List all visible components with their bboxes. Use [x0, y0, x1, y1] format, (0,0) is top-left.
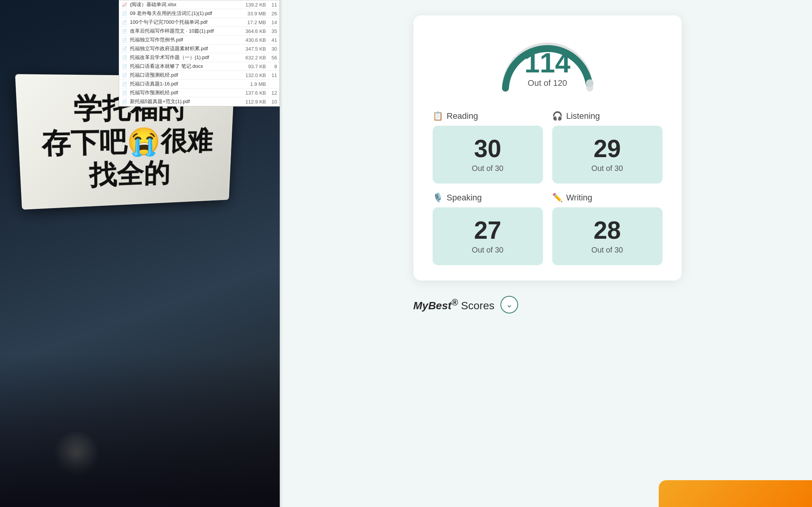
speaking-icon: 🎙️ — [433, 193, 443, 203]
pdf-icon: 📄 — [121, 81, 128, 87]
file-name: 托福改革后学术写作题（一）(1).pdf — [130, 54, 236, 61]
file-size: 112.9 KB — [239, 99, 266, 105]
file-size: 1.9 MB — [239, 81, 266, 87]
left-bottom-gradient — [0, 354, 280, 507]
list-item[interactable]: 📄托福写作预测机经.pdf137.6 KB12 — [119, 89, 279, 97]
file-number: 30 — [267, 46, 277, 52]
section-header-reading: 📋Reading — [433, 111, 543, 121]
gauge-svg-wrapper: 114 Out of 120 — [494, 31, 601, 92]
sign-text: 学托福的 存下吧😭很难找全的 — [29, 91, 223, 194]
file-number: 41 — [267, 37, 277, 43]
pdf-icon: 📄 — [121, 37, 128, 43]
list-item[interactable]: 📄托福改革后学术写作题（一）(1).pdf632.2 KB56 — [119, 53, 279, 62]
list-item[interactable]: 📄托福独立写作范例书.pdf430.6 KB41 — [119, 36, 279, 44]
file-size: 347.5 KB — [239, 46, 266, 52]
total-label: Out of 120 — [524, 78, 570, 88]
sections-grid: 📋Reading30Out of 30🎧Listening29Out of 30… — [433, 111, 663, 265]
chevron-down-icon: ⌄ — [506, 300, 513, 310]
file-name: 托福口语预测机经.pdf — [130, 72, 236, 79]
reading-icon: 📋 — [433, 111, 443, 121]
file-number: 11 — [267, 2, 277, 8]
gauge-main-score: 114 Out of 120 — [524, 49, 570, 88]
section-header-writing: ✏️Writing — [552, 193, 663, 203]
file-name: 09 老外每天在用的生活词汇(1)(1).pdf — [130, 10, 236, 17]
file-size: 364.6 KB — [239, 28, 266, 34]
list-item[interactable]: 📄托福独立写作政府适题素材积累.pdf347.5 KB30 — [119, 44, 279, 53]
list-item[interactable]: 📈(阅读）基础单词.xlsx139.2 KB11 — [119, 0, 279, 9]
score-card: 114 Out of 120 📋Reading30Out of 30🎧Liste… — [413, 15, 682, 281]
file-size: 632.2 KB — [239, 55, 266, 61]
file-number: 14 — [267, 20, 277, 25]
file-name: 托福写作预测机经.pdf — [130, 89, 236, 96]
score-out-of-reading: Out of 30 — [440, 164, 535, 173]
file-name: 托福口语看这本就够了 笔记.docx — [130, 63, 236, 70]
score-out-of-writing: Out of 30 — [560, 246, 655, 254]
writing-icon: ✏️ — [552, 193, 563, 203]
list-item[interactable]: 📄100个句子记完7000个托福单词.pdf17.2 MB14 — [119, 18, 279, 27]
file-name: 托福独立写作范例书.pdf — [130, 36, 236, 43]
score-out-of-speaking: Out of 30 — [440, 246, 535, 254]
file-list-overlay: 📈(阅读）基础单词.xlsx139.2 KB11📄09 老外每天在用的生活词汇(… — [119, 0, 280, 107]
score-value-reading: 30 — [440, 136, 535, 161]
list-item[interactable]: 📄托福口语预测机经.pdf132.0 KB11 — [119, 71, 279, 80]
total-score: 114 — [524, 49, 570, 77]
file-name: 托福口语真题1-16.pdf — [130, 80, 236, 87]
mybest-section: MyBest® Scores ⌄ — [413, 296, 682, 313]
file-number: 35 — [267, 28, 277, 34]
score-out-of-listening: Out of 30 — [560, 164, 655, 173]
right-panel: 114 Out of 120 📋Reading30Out of 30🎧Liste… — [283, 0, 812, 507]
file-name: 改革后托福写作样题范文 · 10篇(1).pdf — [130, 28, 236, 34]
section-header-listening: 🎧Listening — [552, 111, 663, 121]
list-item[interactable]: 📄托福口语真题1-16.pdf1.9 MB — [119, 80, 279, 89]
file-number: 10 — [267, 99, 277, 105]
score-value-listening: 29 — [560, 136, 655, 161]
gauge-container: 114 Out of 120 — [433, 31, 663, 96]
bottom-action-bar — [659, 480, 812, 507]
listening-icon: 🎧 — [552, 111, 563, 121]
score-box-speaking: 27Out of 30 — [433, 207, 543, 265]
pdf-icon: 📄 — [121, 90, 128, 96]
file-name: (阅读）基础单词.xlsx — [130, 1, 236, 8]
section-group-writing: ✏️Writing28Out of 30 — [552, 193, 663, 265]
list-item[interactable]: 📄改革后托福写作样题范文 · 10篇(1).pdf364.6 KB35 — [119, 27, 279, 36]
file-size: 132.0 KB — [239, 72, 266, 78]
score-box-reading: 30Out of 30 — [433, 126, 543, 184]
section-label-listening: Listening — [566, 111, 600, 121]
file-number: 8 — [267, 64, 277, 69]
section-group-listening: 🎧Listening29Out of 30 — [552, 111, 663, 184]
section-label-reading: Reading — [447, 111, 478, 121]
docx-icon: 📄 — [121, 63, 128, 69]
left-panel: 📈(阅读）基础单词.xlsx139.2 KB11📄09 老外每天在用的生活词汇(… — [0, 0, 280, 507]
section-label-writing: Writing — [566, 193, 592, 203]
section-group-speaking: 🎙️Speaking27Out of 30 — [433, 193, 543, 265]
pdf-icon: 📄 — [121, 10, 128, 16]
score-box-writing: 28Out of 30 — [552, 207, 663, 265]
pdf-icon: 📄 — [121, 28, 128, 34]
list-item[interactable]: 📄托福口语看这本就够了 笔记.docx93.7 KB8 — [119, 62, 279, 71]
file-number: 26 — [267, 11, 277, 16]
section-header-speaking: 🎙️Speaking — [433, 193, 543, 203]
file-name: 托福独立写作政府适题素材积累.pdf — [130, 45, 236, 52]
svg-point-0 — [586, 79, 594, 87]
mybest-brand: MyBest® — [413, 300, 458, 312]
panel-divider — [280, 0, 283, 507]
score-value-writing: 28 — [560, 218, 655, 243]
mybest-suffix: Scores — [461, 300, 494, 312]
section-group-reading: 📋Reading30Out of 30 — [433, 111, 543, 184]
mybest-expand-button[interactable]: ⌄ — [500, 296, 518, 313]
file-number: 56 — [267, 55, 277, 61]
list-item[interactable]: 📄新托福5篇真题+范文(1).pdf112.9 KB10 — [119, 97, 279, 106]
file-size: 139.2 KB — [239, 2, 266, 8]
file-size: 137.6 KB — [239, 90, 266, 96]
pdf-icon: 📄 — [121, 54, 128, 61]
file-size: 17.2 MB — [239, 20, 266, 25]
pdf-icon: 📄 — [121, 72, 128, 78]
pdf-icon: 📄 — [121, 19, 128, 25]
pdf-icon: 📄 — [121, 98, 128, 105]
list-item[interactable]: 📄09 老外每天在用的生活词汇(1)(1).pdf33.9 MB26 — [119, 9, 279, 18]
pdf-icon: 📄 — [121, 46, 128, 52]
mybest-title: MyBest® Scores — [413, 297, 495, 312]
xlsx-icon: 📈 — [121, 2, 128, 8]
section-label-speaking: Speaking — [447, 193, 482, 203]
file-number: 12 — [267, 90, 277, 96]
